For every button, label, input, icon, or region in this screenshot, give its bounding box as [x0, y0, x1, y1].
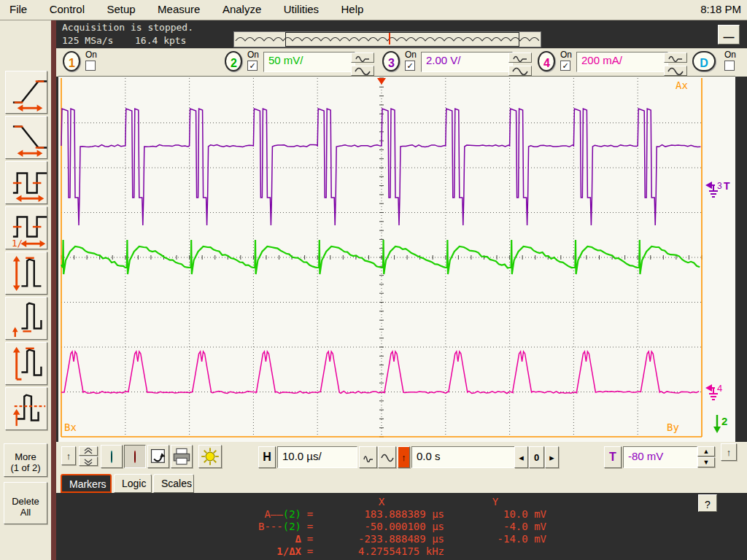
more-measurements-button[interactable]: More (1 of 2) [4, 443, 47, 477]
menu-help[interactable]: Help [332, 0, 374, 15]
waveform-display[interactable]: Ax Bx By 3 T 4 2 [58, 76, 735, 443]
marker-a-y: 10.0 mV [444, 508, 546, 521]
undo-scale-button[interactable]: ↑ [61, 446, 76, 465]
horizontal-coarse-button[interactable] [378, 446, 396, 468]
menu-setup[interactable]: Setup [97, 0, 144, 15]
double-chevron-down-icon [80, 458, 97, 465]
channel-3-coupling [508, 52, 532, 78]
measure-v-max-button[interactable] [5, 342, 47, 385]
small-sine-icon [665, 53, 686, 62]
measure-v-average-button[interactable] [5, 387, 47, 430]
pan-left-button[interactable]: ◂ [514, 446, 528, 468]
channel-1-checkbox[interactable] [85, 61, 96, 71]
run-button[interactable] [101, 445, 123, 468]
measure-v-min-button[interactable] [5, 297, 47, 340]
channel-4-on-label: On [560, 50, 572, 60]
digital-checkbox[interactable] [724, 61, 735, 71]
menu-control[interactable]: Control [40, 0, 94, 15]
rise-time-icon [10, 73, 50, 112]
channel-2-fine-scale-button[interactable] [351, 52, 374, 63]
channel-3-on: On ✓ [405, 50, 417, 71]
spin-down-button[interactable] [79, 456, 98, 466]
marker-a-label: A——(2) [215, 508, 301, 521]
horizontal-scroll-overview[interactable] [233, 31, 541, 47]
marker-b-x: -50.000100 µs [319, 521, 444, 533]
horizontal-scale-field[interactable]: 10.0 µs/ [277, 446, 357, 468]
menu-file[interactable]: File [0, 0, 36, 15]
tab-scales[interactable]: Scales [153, 474, 194, 493]
undo-trigger-button[interactable]: ↑ [721, 443, 737, 461]
scope-graticule [58, 77, 735, 441]
stop-button[interactable] [124, 445, 146, 468]
zoom-window-box[interactable] [285, 32, 519, 47]
delta-label: Δ [215, 533, 301, 545]
channel-2-scale-field[interactable]: 50 mV/ [263, 52, 355, 72]
print-button[interactable] [171, 445, 193, 468]
channel-3-coarse-scale-button[interactable] [508, 66, 532, 76]
help-button[interactable]: ? [698, 494, 717, 512]
acquisition-status-bar: Acquisition is stopped. 125 MSa/s 16.4 k… [56, 20, 747, 48]
channel-3-checkbox[interactable]: ✓ [405, 61, 415, 71]
marker-b-label: B---(2) [215, 521, 301, 533]
up-triangle-icon: ▲ [703, 448, 710, 455]
delta-x: -233.888489 µs [319, 533, 444, 545]
channel-3-button[interactable]: 3 [382, 51, 400, 71]
channel-2-coarse-scale-button[interactable] [351, 66, 374, 76]
channel-4-number: 4 [717, 383, 722, 394]
measure-period-button[interactable] [5, 161, 47, 204]
spin-up-button[interactable] [79, 446, 98, 456]
channel-3-fine-scale-button[interactable] [508, 52, 532, 63]
display-brightness-button[interactable] [198, 445, 222, 468]
measure-rise-time-button[interactable] [5, 71, 47, 114]
printer-icon [172, 447, 191, 466]
up-arrow-icon: ↑ [727, 447, 732, 458]
channel-4-scale-field[interactable]: 200 mA/ [576, 52, 668, 72]
single-acquisition-button[interactable] [147, 445, 169, 468]
pan-right-button[interactable]: ▸ [545, 446, 559, 468]
delete-all-label-2: All [20, 507, 31, 518]
channel-1-button[interactable]: 1 [63, 51, 80, 71]
horizontal-menu-button[interactable]: H [258, 446, 276, 468]
tab-logic[interactable]: Logic [114, 474, 152, 493]
center-zero-button[interactable]: 0 [529, 446, 544, 468]
trigger-menu-button[interactable]: T [604, 446, 622, 468]
delete-all-button[interactable]: Delete All [4, 482, 47, 524]
tab-markers[interactable]: Markers [61, 474, 112, 493]
trigger-level-field[interactable]: -80 mV [623, 446, 697, 468]
menu-analyze[interactable]: Analyze [213, 0, 271, 15]
channel-2-offscreen-indicator[interactable]: 2 [712, 413, 731, 434]
stop-icon [134, 451, 136, 463]
sine-icon [509, 66, 531, 75]
channel-3-scale-field[interactable]: 2.00 V/ [421, 52, 513, 72]
measure-frequency-button[interactable]: 1/ [5, 206, 47, 249]
measure-v-peak-peak-button[interactable] [5, 252, 47, 295]
horizontal-position-field[interactable]: 0.0 s [411, 446, 516, 468]
measure-fall-time-button[interactable] [5, 116, 47, 159]
delete-all-label-1: Delete [12, 496, 39, 507]
memory-depth: 16.4 kpts [135, 35, 186, 46]
horizontal-fine-button[interactable] [359, 446, 377, 468]
channel-4-ground-indicator[interactable]: 4 [705, 381, 731, 402]
channel-3-number: 3 [717, 181, 722, 191]
channel-3-ground-indicator[interactable]: 3 T [705, 179, 734, 199]
trigger-level-down-button[interactable]: ▼ [697, 457, 715, 467]
inverse-delta-label: 1/ΔX [215, 545, 301, 558]
channel-2-button[interactable]: 2 [225, 51, 242, 71]
y-column-header: Y [444, 496, 546, 508]
svg-text:1/: 1/ [12, 238, 23, 248]
trigger-edge-button[interactable]: ↑ [398, 446, 410, 468]
channel-bar: 1 On 2 On ✓ 50 mV/ 3 On ✓ 2.00 V/ 4 On ✓… [56, 48, 747, 77]
digital-channels-button[interactable]: D [692, 51, 716, 71]
channel-4-fine-scale-button[interactable] [664, 52, 687, 63]
digital-on: On [724, 50, 736, 71]
channel-4-button[interactable]: 4 [538, 51, 555, 71]
channel-2-on: On ✓ [247, 50, 259, 71]
channel-4-checkbox[interactable]: ✓ [560, 61, 570, 71]
period-icon [10, 163, 50, 203]
minimize-button[interactable]: — [718, 25, 740, 44]
channel-2-checkbox[interactable]: ✓ [247, 61, 258, 71]
channel-4-coarse-scale-button[interactable] [664, 66, 687, 76]
menu-measure[interactable]: Measure [148, 0, 209, 15]
trigger-level-up-button[interactable]: ▲ [697, 446, 715, 456]
menu-utilities[interactable]: Utilities [274, 0, 328, 15]
